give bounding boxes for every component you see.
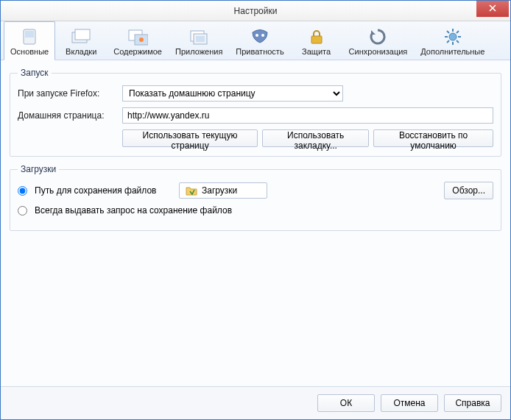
tab-advanced[interactable]: Дополнительные — [414, 21, 491, 60]
always-ask-radio[interactable] — [18, 206, 27, 216]
tab-content[interactable]: Содержимое — [107, 21, 169, 60]
use-bookmark-button[interactable]: Использовать закладку... — [262, 129, 369, 147]
folder-icon — [186, 185, 197, 196]
general-icon — [18, 26, 41, 47]
svg-rect-1 — [25, 31, 34, 38]
tab-sync[interactable]: Синхронизация — [342, 21, 415, 60]
applications-icon — [187, 26, 211, 47]
save-to-row: Путь для сохранения файлов Загрузки Обзо… — [18, 182, 493, 199]
always-ask-row: Всегда выдавать запрос на сохранение фай… — [18, 205, 493, 216]
svg-rect-9 — [196, 36, 205, 42]
tab-label: Синхронизация — [349, 47, 408, 56]
startup-mode-label: При запуске Firefox: — [18, 88, 118, 99]
titlebar: Настройки — [1, 1, 510, 21]
content-icon — [126, 26, 149, 47]
startup-group: Запуск При запуске Firefox: Показать дом… — [10, 68, 501, 157]
homepage-input[interactable] — [122, 107, 493, 124]
gear-icon — [441, 26, 465, 47]
save-to-path: Загрузки — [179, 182, 267, 199]
mask-icon — [248, 26, 272, 47]
svg-line-20 — [457, 31, 459, 33]
svg-line-21 — [447, 40, 449, 43]
svg-rect-12 — [311, 36, 322, 43]
tab-label: Содержимое — [113, 47, 162, 56]
tab-general[interactable]: Основные — [4, 21, 55, 60]
tab-label: Основные — [10, 47, 49, 56]
use-current-button[interactable]: Использовать текущую страницу — [122, 129, 258, 147]
downloads-legend: Загрузки — [18, 164, 59, 174]
browse-button[interactable]: Обзор... — [444, 182, 493, 199]
svg-point-6 — [139, 38, 144, 42]
restore-default-button[interactable]: Восстановить по умолчанию — [373, 129, 493, 147]
tab-privacy[interactable]: Приватность — [229, 21, 290, 60]
startup-mode-select[interactable]: Показать домашнюю страницу — [122, 85, 343, 102]
tab-applications[interactable]: Приложения — [169, 21, 229, 60]
svg-rect-3 — [75, 29, 90, 40]
always-ask-label: Всегда выдавать запрос на сохранение фай… — [35, 205, 232, 216]
close-button[interactable] — [476, 1, 509, 17]
save-to-radio[interactable] — [18, 186, 27, 196]
startup-mode-row: При запуске Firefox: Показать домашнюю с… — [18, 85, 493, 102]
general-panel: Запуск При запуске Firefox: Показать дом… — [1, 60, 510, 386]
tab-strip: Основные Вкладки Содержимое Приложения П… — [1, 21, 510, 60]
save-to-label: Путь для сохранения файлов — [35, 185, 175, 196]
help-button[interactable]: Справка — [444, 394, 501, 412]
tab-label: Приложения — [175, 47, 222, 56]
downloads-group: Загрузки Путь для сохранения файлов Загр… — [10, 164, 501, 231]
homepage-row: Домашняя страница: — [18, 107, 493, 124]
svg-point-13 — [449, 33, 457, 40]
homepage-buttons: Использовать текущую страницу Использова… — [122, 129, 493, 147]
dialog-footer: ОК Отмена Справка — [1, 386, 510, 419]
svg-line-19 — [457, 40, 459, 43]
tab-label: Дополнительные — [420, 47, 484, 56]
tab-tabs[interactable]: Вкладки — [55, 21, 107, 60]
settings-window: Настройки Основные Вкладки Содержимое — [0, 0, 511, 420]
homepage-label: Домашняя страница: — [18, 110, 118, 121]
svg-line-18 — [447, 31, 449, 33]
tab-label: Приватность — [236, 47, 283, 56]
save-to-path-text: Загрузки — [202, 185, 237, 196]
close-icon — [489, 4, 496, 14]
tab-label: Вкладки — [66, 47, 96, 56]
startup-legend: Запуск — [18, 68, 52, 78]
ok-button[interactable]: ОК — [317, 394, 375, 412]
svg-point-11 — [261, 34, 264, 37]
tabs-icon — [69, 26, 93, 47]
sync-icon — [366, 26, 390, 47]
cancel-button[interactable]: Отмена — [381, 394, 438, 412]
tab-security[interactable]: Защита — [291, 21, 342, 60]
svg-point-10 — [256, 34, 258, 37]
window-title: Настройки — [1, 6, 510, 16]
tab-label: Защита — [302, 47, 331, 56]
lock-icon — [305, 26, 328, 47]
